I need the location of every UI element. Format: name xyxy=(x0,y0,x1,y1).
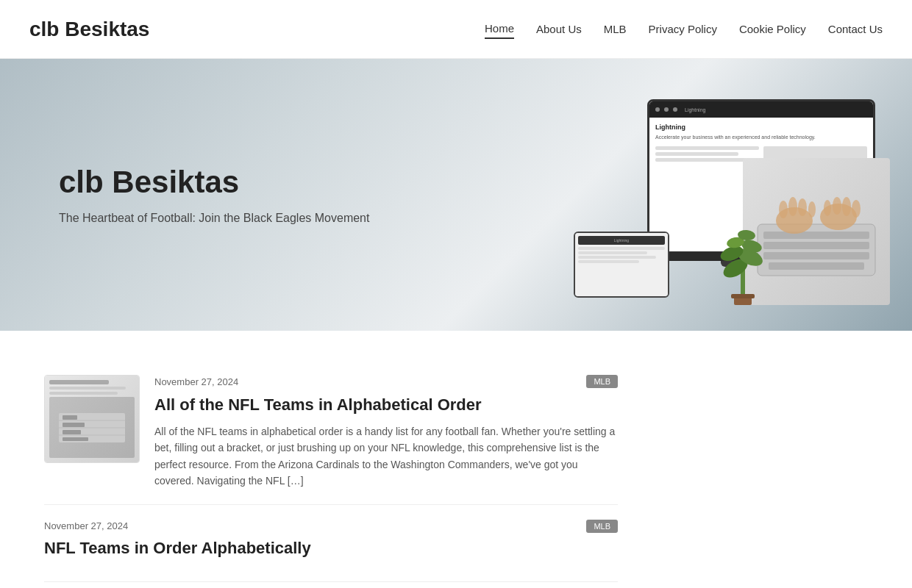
article-excerpt-1: All of the NFL teams in alphabetical ord… xyxy=(154,423,618,490)
nav-about[interactable]: About Us xyxy=(536,20,582,38)
svg-rect-29 xyxy=(63,423,85,427)
hero-content: clb Besiktas The Heartbeat of Football: … xyxy=(0,135,428,254)
main-nav: Home About Us MLB Privacy Policy Cookie … xyxy=(485,19,883,39)
article-meta-2: November 27, 2024 MLB xyxy=(44,520,618,533)
laptop-tagline: Accelerate your business with an experie… xyxy=(655,134,867,140)
tablet-row-4 xyxy=(578,260,639,263)
article-title-2[interactable]: NFL Teams in Order Alphabetically xyxy=(44,539,618,558)
article-thumb-svg xyxy=(55,409,129,446)
tablet-row-1 xyxy=(578,247,665,250)
article-date-1: November 27, 2024 xyxy=(154,376,238,387)
tablet-screen: Lightning xyxy=(575,233,668,296)
laptop-brand-text: Lightning xyxy=(685,107,705,112)
laptop-bar-1 xyxy=(655,146,759,150)
thumb-inner-1 xyxy=(45,376,139,462)
nav-contact[interactable]: Contact Us xyxy=(828,20,883,38)
thumb-title-bar xyxy=(49,380,109,384)
laptop-nav-dot-3 xyxy=(673,107,677,112)
header: clb Besiktas Home About Us MLB Privacy P… xyxy=(0,0,912,59)
svg-rect-31 xyxy=(63,437,88,441)
svg-rect-23 xyxy=(731,294,755,298)
laptop-nav-dot xyxy=(655,107,660,112)
thumb-image-placeholder xyxy=(49,397,135,458)
article-card-1: November 27, 2024 MLB All of the NFL Tea… xyxy=(44,360,618,505)
laptop-nav-dot-2 xyxy=(664,107,669,112)
article-card-2: November 27, 2024 MLB NFL Teams in Order… xyxy=(44,505,618,582)
nav-mlb[interactable]: MLB xyxy=(604,20,627,38)
svg-point-9 xyxy=(798,198,807,216)
laptop-bar-3 xyxy=(655,158,749,162)
svg-rect-1 xyxy=(763,232,869,239)
laptop-headline: Lightning xyxy=(655,123,867,131)
svg-point-14 xyxy=(852,200,861,218)
hero-title: clb Besiktas xyxy=(59,165,369,200)
thumb-line-2 xyxy=(49,392,118,395)
article-date-2: November 27, 2024 xyxy=(44,520,128,531)
nav-privacy[interactable]: Privacy Policy xyxy=(649,20,717,38)
svg-rect-4 xyxy=(769,262,864,270)
laptop-nav-bar: Lightning xyxy=(649,101,873,118)
tablet-nav-bar: Lightning xyxy=(578,236,665,245)
svg-rect-3 xyxy=(763,252,869,259)
svg-point-11 xyxy=(824,200,831,216)
tablet-brand: Lightning xyxy=(614,238,629,243)
article-thumbnail-1 xyxy=(44,375,140,463)
site-logo[interactable]: clb Besiktas xyxy=(29,18,149,41)
svg-rect-2 xyxy=(763,242,869,249)
hero-section: clb Besiktas The Heartbeat of Football: … xyxy=(0,59,912,331)
nav-cookie[interactable]: Cookie Policy xyxy=(739,20,806,38)
article-badge-1: MLB xyxy=(586,375,618,388)
svg-point-7 xyxy=(779,201,788,218)
svg-point-8 xyxy=(788,197,797,216)
article-title-1[interactable]: All of the NFL Teams in Alphabetical Ord… xyxy=(154,395,618,415)
svg-point-12 xyxy=(833,197,841,215)
hero-image: Lightning Lightning Accelerate your busi… xyxy=(544,59,912,331)
hero-subtitle: The Heartbeat of Football: Join the Blac… xyxy=(59,212,369,225)
svg-point-13 xyxy=(842,197,851,216)
svg-rect-28 xyxy=(63,415,77,420)
tablet-row-2 xyxy=(578,251,647,254)
mockup-container: Lightning Lightning Accelerate your busi… xyxy=(566,85,890,305)
laptop-bar-2 xyxy=(655,152,738,156)
tablet-row-3 xyxy=(578,256,656,259)
article-meta-1: November 27, 2024 MLB xyxy=(154,375,618,388)
plant-decoration xyxy=(713,217,772,305)
main-content: November 27, 2024 MLB All of the NFL Tea… xyxy=(0,331,662,588)
tablet-mockup: Lightning xyxy=(574,232,669,298)
svg-rect-30 xyxy=(63,430,81,434)
article-body-1: November 27, 2024 MLB All of the NFL Tea… xyxy=(154,375,618,490)
svg-point-10 xyxy=(808,201,816,218)
nav-home[interactable]: Home xyxy=(485,19,514,39)
article-badge-2: MLB xyxy=(586,520,618,533)
thumb-line-1 xyxy=(49,387,126,390)
